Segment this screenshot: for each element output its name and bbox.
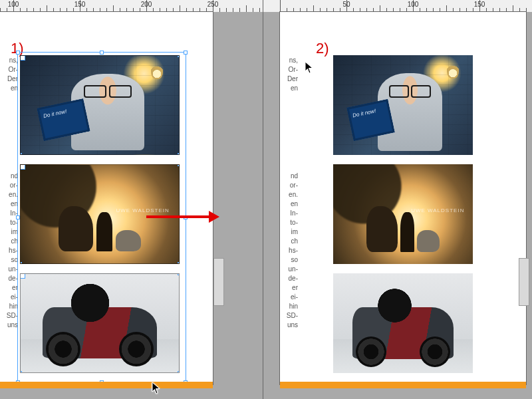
document-page[interactable]: 1) ns,Or-Deren ndor-en.enIn-to-imchhs-so… bbox=[0, 12, 213, 384]
ruler-number: 150 bbox=[474, 1, 485, 8]
placed-image-2[interactable]: UWE WALDSTEIN bbox=[333, 164, 473, 264]
resize-handle[interactable] bbox=[100, 51, 104, 55]
resize-handle[interactable] bbox=[178, 164, 180, 166]
placed-image-2[interactable]: UWE WALDSTEIN image caption bbox=[20, 164, 180, 264]
body-text-fragment: ndor-en.enIn-to-imchhs-soun-de-erei-hinS… bbox=[282, 172, 298, 339]
comparison-stage: 100150200250 50100150 1) ns,Or-Deren ndo… bbox=[0, 0, 532, 399]
ruler-number: 150 bbox=[74, 1, 86, 8]
ruler-number: 250 bbox=[207, 1, 219, 8]
accent-bar bbox=[0, 382, 213, 388]
image-watermark: UWE WALDSTEIN bbox=[116, 208, 169, 214]
resize-handle[interactable] bbox=[178, 273, 180, 275]
resize-handle[interactable] bbox=[20, 262, 22, 264]
scrollbar-stub[interactable] bbox=[519, 258, 529, 306]
step-label-2: 2) bbox=[316, 40, 329, 57]
image-watermark: UWE WALDSTEIN bbox=[411, 208, 464, 214]
ruler-number: 200 bbox=[141, 1, 152, 8]
placed-image-1[interactable] bbox=[333, 55, 473, 155]
resize-handle[interactable] bbox=[178, 262, 180, 264]
accent-bar bbox=[280, 382, 526, 388]
scrollbar-stub[interactable] bbox=[213, 258, 224, 306]
ruler-number: 100 bbox=[8, 1, 19, 8]
caption-frame[interactable]: image caption bbox=[179, 62, 180, 150]
caption-frame[interactable]: image caption bbox=[179, 171, 180, 259]
ruler-right[interactable]: 50100150 bbox=[263, 0, 532, 13]
placed-image-1[interactable]: image caption bbox=[20, 55, 180, 155]
panel-before: 1) ns,Or-Deren ndor-en.enIn-to-imchhs-so… bbox=[0, 12, 263, 399]
ruler-number: 50 bbox=[342, 1, 350, 8]
resize-handle[interactable] bbox=[20, 273, 22, 275]
body-text-fragment: ns,Or-Deren bbox=[282, 56, 298, 96]
document-page[interactable]: 2) ns,Or-Deren ndor-en.enIn-to-imchhs-so… bbox=[280, 12, 526, 384]
ruler-number: 100 bbox=[408, 1, 419, 8]
placed-image-3[interactable] bbox=[333, 273, 473, 373]
resize-handle[interactable] bbox=[184, 51, 188, 55]
placed-image-3[interactable]: image caption bbox=[20, 273, 180, 373]
image-stack: UWE WALDSTEIN bbox=[333, 55, 473, 382]
body-text-fragment: ns,Or-Deren bbox=[2, 56, 18, 96]
caption-frame[interactable]: image caption bbox=[179, 280, 180, 368]
panel-after: 2) ns,Or-Deren ndor-en.enIn-to-imchhs-so… bbox=[263, 12, 532, 399]
ruler-left[interactable]: 100150200250 bbox=[0, 0, 263, 13]
body-text-fragment: ndor-en.enIn-to-imchhs-soun-de-erei-hinS… bbox=[2, 172, 18, 339]
image-stack: image caption UWE WALDSTEIN image captio… bbox=[20, 55, 180, 382]
